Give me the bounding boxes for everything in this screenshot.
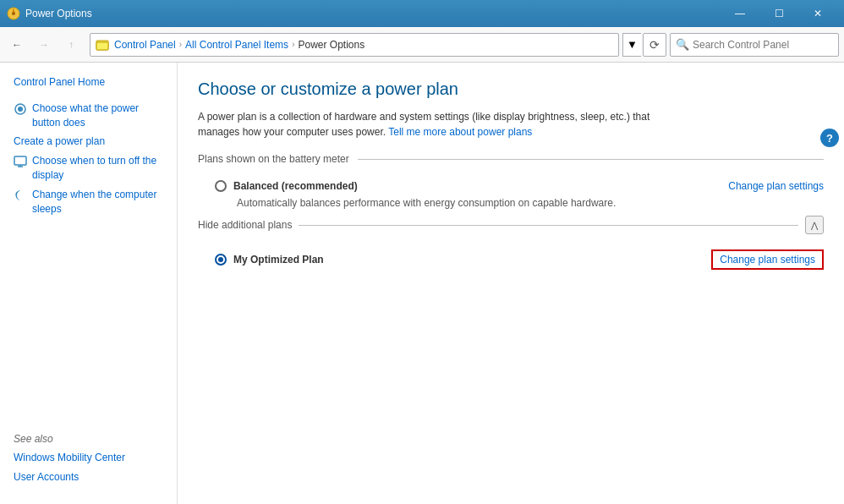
search-box: 🔍 (670, 33, 839, 57)
sidebar-home-label: Control Panel Home (14, 75, 105, 90)
sidebar-power-button-label: Choose what the power button does (32, 101, 167, 130)
search-input[interactable] (693, 39, 833, 51)
breadcrumb-sep-2: › (292, 40, 294, 49)
hide-additional-plans-row[interactable]: Hide additional plans ⋀ (198, 216, 824, 234)
address-path[interactable]: Control Panel › All Control Panel Items … (90, 33, 619, 57)
balanced-plan-desc: Automatically balances performance with … (198, 197, 824, 209)
breadcrumb-item-1[interactable]: Control Panel (114, 39, 176, 51)
back-button[interactable]: ← (5, 33, 29, 57)
balanced-plan-row: Balanced (recommended) Change plan setti… (198, 175, 824, 197)
svg-point-5 (18, 107, 23, 112)
sidebar-create-plan-label: Create a power plan (14, 134, 105, 149)
close-button[interactable]: ✕ (798, 0, 837, 27)
hide-additional-label: Hide additional plans (198, 219, 292, 231)
minimize-button[interactable]: — (721, 0, 759, 27)
power-button-icon (14, 102, 27, 116)
forward-button[interactable]: → (32, 33, 56, 57)
optimized-plan-row: My Optimized Plan Change plan settings (198, 244, 824, 275)
battery-section-label: Plans shown on the battery meter (198, 153, 349, 165)
app-icon (7, 7, 20, 20)
address-dropdown[interactable]: ▼ (622, 33, 641, 57)
sidebar-item-power-button[interactable]: Choose what the power button does (0, 99, 177, 133)
sidebar-bottom: See also Windows Mobility Center User Ac… (0, 425, 177, 494)
address-bar: ← → ↑ Control Panel › All Control Panel … (0, 27, 844, 63)
search-icon: 🔍 (676, 38, 689, 51)
collapse-toggle[interactable]: ⋀ (805, 216, 824, 234)
sidebar: Control Panel Home Choose what the power… (0, 63, 178, 504)
breadcrumb-item-3: Power Options (298, 39, 364, 51)
collapse-line (299, 225, 798, 226)
page-title: Choose or customize a power plan (198, 79, 824, 99)
sidebar-nav: Control Panel Home Choose what the power… (0, 73, 177, 425)
up-button[interactable]: ↑ (59, 33, 83, 57)
mobility-center-label: Windows Mobility Center (14, 451, 125, 465)
balanced-change-plan-link[interactable]: Change plan settings (728, 180, 824, 192)
svg-rect-3 (96, 42, 108, 50)
balanced-radio[interactable] (215, 180, 227, 192)
maximize-button[interactable]: ☐ (759, 0, 798, 27)
optimized-plan-name: My Optimized Plan (233, 254, 324, 266)
title-bar: Power Options — ☐ ✕ (0, 0, 844, 27)
optimized-radio[interactable] (215, 254, 227, 266)
see-also-label: See also (0, 425, 177, 448)
battery-section-divider: Plans shown on the battery meter (198, 153, 824, 165)
sidebar-item-create-plan[interactable]: Create a power plan (0, 132, 177, 151)
refresh-button[interactable]: ⟳ (643, 33, 666, 57)
sleep-icon (14, 189, 27, 202)
user-accounts-label: User Accounts (14, 470, 79, 485)
sidebar-display-label: Choose when to turn off the display (32, 154, 167, 183)
balanced-plan-name: Balanced (recommended) (233, 180, 358, 192)
main-layout: Control Panel Home Choose what the power… (0, 63, 844, 504)
optimized-plan-left: My Optimized Plan (215, 254, 324, 266)
breadcrumb-item-2[interactable]: All Control Panel Items (185, 39, 288, 51)
section-line-1 (358, 159, 824, 160)
sidebar-item-home[interactable]: Control Panel Home (0, 73, 177, 92)
display-icon (14, 155, 27, 168)
sidebar-item-sleep[interactable]: Change when the computer sleeps (0, 185, 177, 219)
title-bar-buttons: — ☐ ✕ (721, 0, 837, 27)
balanced-plan-left: Balanced (recommended) (215, 180, 358, 192)
sidebar-item-mobility[interactable]: Windows Mobility Center (0, 448, 177, 468)
help-button[interactable]: ? (820, 129, 839, 147)
sidebar-item-user-accounts[interactable]: User Accounts (0, 468, 177, 487)
path-icon (96, 38, 109, 52)
svg-point-1 (12, 12, 15, 15)
learn-more-link[interactable]: Tell me more about power plans (388, 126, 532, 138)
breadcrumb-sep-1: › (179, 40, 182, 49)
svg-rect-6 (14, 156, 26, 165)
content-description: A power plan is a collection of hardware… (198, 109, 688, 140)
sidebar-item-turn-off-display[interactable]: Choose when to turn off the display (0, 151, 177, 185)
content-area: Choose or customize a power plan A power… (178, 63, 844, 504)
optimized-change-plan-link[interactable]: Change plan settings (711, 249, 824, 270)
title-bar-text: Power Options (25, 8, 721, 19)
sidebar-sleep-label: Change when the computer sleeps (32, 188, 167, 216)
